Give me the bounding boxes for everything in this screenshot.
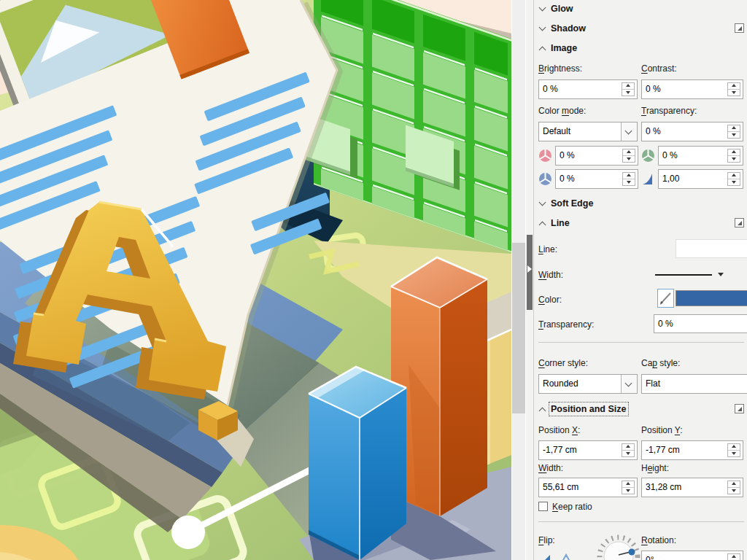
scrollbar-thumb[interactable] — [512, 243, 525, 413]
spin-up-icon[interactable] — [622, 83, 634, 90]
spin-up-icon[interactable] — [622, 481, 634, 488]
spinner-buttons[interactable] — [727, 172, 740, 186]
sidebar-splitter-handle[interactable] — [527, 235, 533, 310]
spin-up-icon[interactable] — [728, 481, 740, 488]
size-width-field[interactable]: 55,61 cm — [538, 478, 638, 497]
document-canvas[interactable] — [0, 0, 511, 560]
spinner-buttons[interactable] — [622, 443, 635, 457]
spin-up-icon[interactable] — [728, 444, 740, 451]
color-mode-dropdown[interactable]: Default — [538, 122, 638, 141]
spin-up-icon[interactable] — [622, 444, 634, 451]
line-color-label: Color: — [538, 295, 562, 305]
line-color-picker-button[interactable] — [657, 289, 674, 308]
line-width-preview — [655, 274, 712, 276]
section-header-soft-edge[interactable]: Soft Edge — [534, 196, 747, 214]
cap-style-dropdown[interactable]: Flat — [641, 374, 747, 394]
keep-ratio-checkbox[interactable] — [538, 502, 548, 511]
section-header-position-size[interactable]: Position and Size — [534, 402, 747, 419]
spinner-buttons[interactable] — [622, 149, 635, 163]
spin-up-icon[interactable] — [728, 173, 740, 179]
gamma-field[interactable]: 1,00 — [658, 169, 743, 189]
spinner-buttons[interactable] — [622, 82, 635, 96]
spin-down-icon[interactable] — [728, 179, 740, 186]
blue-bar — [309, 367, 406, 560]
section-title: Shadow — [551, 23, 586, 34]
spin-down-icon[interactable] — [623, 179, 635, 186]
chevron-down-icon — [718, 273, 724, 279]
corner-style-dropdown[interactable]: Rounded — [538, 374, 638, 394]
spinner-buttons[interactable] — [622, 481, 635, 494]
line-transparency-field[interactable]: 0 % — [654, 314, 747, 333]
spin-up-icon[interactable] — [728, 83, 740, 90]
spinner-buttons[interactable] — [727, 553, 740, 560]
spin-up-icon[interactable] — [728, 125, 740, 132]
spin-down-icon[interactable] — [728, 156, 740, 163]
image-transparency-label: Transparency: — [641, 106, 697, 116]
spin-up-icon[interactable] — [728, 149, 740, 156]
spinner-buttons[interactable] — [727, 481, 740, 494]
rotation-field[interactable]: 0° — [641, 551, 743, 560]
spinner-buttons[interactable] — [727, 443, 740, 457]
corner-style-value: Rounded — [543, 378, 578, 389]
spin-down-icon[interactable] — [728, 90, 740, 96]
canvas-vertical-scrollbar[interactable] — [511, 0, 525, 560]
corner-style-label: Corner style: — [538, 358, 588, 368]
size-height-field[interactable]: 31,28 cm — [641, 478, 743, 497]
section-header-shadow[interactable]: Shadow — [534, 21, 747, 39]
dropdown-button[interactable] — [621, 375, 637, 393]
image-transparency-field[interactable]: 0 % — [641, 122, 743, 141]
keep-ratio-label: Keep ratio — [552, 502, 592, 512]
position-y-field[interactable]: -1,77 cm — [641, 440, 743, 460]
size-width-value: 55,61 cm — [543, 482, 578, 492]
blue-field[interactable]: 0 % — [555, 169, 638, 189]
spin-down-icon[interactable] — [728, 451, 740, 457]
chevron-down-icon — [625, 380, 632, 387]
spinner-buttons[interactable] — [727, 82, 740, 96]
cap-style-label: Cap style: — [641, 358, 680, 368]
chevron-up-icon — [539, 222, 546, 229]
dropdown-button[interactable] — [621, 122, 637, 141]
spin-down-icon[interactable] — [623, 156, 635, 163]
line-style-dropdown[interactable] — [676, 239, 747, 258]
line-width-dropdown[interactable] — [655, 268, 725, 280]
spin-up-icon[interactable] — [728, 554, 740, 560]
section-title: Image — [551, 43, 577, 53]
blue-value: 0 % — [560, 174, 575, 184]
spin-down-icon[interactable] — [622, 488, 634, 494]
gamma-value: 1,00 — [662, 174, 679, 184]
green-channel-icon — [641, 149, 655, 163]
spin-down-icon[interactable] — [622, 90, 634, 96]
spin-down-icon[interactable] — [728, 488, 740, 494]
position-x-field[interactable]: -1,77 cm — [538, 440, 638, 460]
dialog-launcher-icon[interactable] — [735, 23, 744, 33]
brightness-field[interactable]: 0 % — [538, 79, 638, 99]
position-y-value: -1,77 cm — [646, 445, 680, 455]
color-mode-label: Color mode: — [538, 106, 586, 116]
section-header-glow[interactable]: Glow — [534, 1, 747, 19]
properties-sidebar: Glow Shadow Image Brightness: Contrast: … — [533, 0, 747, 560]
section-header-line[interactable]: Line — [534, 216, 747, 233]
chevron-up-icon — [539, 408, 546, 415]
dialog-launcher-icon[interactable] — [735, 404, 744, 413]
size-height-value: 31,28 cm — [646, 482, 681, 492]
green-field[interactable]: 0 % — [658, 146, 743, 166]
spinner-buttons[interactable] — [727, 149, 740, 163]
line-transparency-value: 0 % — [658, 319, 673, 329]
spin-up-icon[interactable] — [623, 173, 635, 179]
sidebar-splitter[interactable] — [525, 0, 533, 560]
spin-down-icon[interactable] — [622, 451, 634, 457]
spinner-buttons[interactable] — [622, 172, 635, 186]
spin-down-icon[interactable] — [728, 132, 740, 139]
line-color-swatch-button[interactable] — [676, 290, 747, 306]
section-title: Soft Edge — [551, 198, 593, 209]
red-field[interactable]: 0 % — [555, 146, 638, 166]
spin-up-icon[interactable] — [623, 149, 635, 156]
flip-buttons[interactable] — [538, 552, 582, 560]
brightness-label: Brightness: — [538, 63, 582, 74]
contrast-field[interactable]: 0 % — [641, 79, 743, 99]
chevron-down-icon — [539, 4, 546, 12]
dialog-launcher-icon[interactable] — [735, 218, 744, 228]
spinner-buttons[interactable] — [727, 125, 740, 139]
section-header-image[interactable]: Image — [534, 41, 747, 58]
divider — [538, 521, 744, 522]
